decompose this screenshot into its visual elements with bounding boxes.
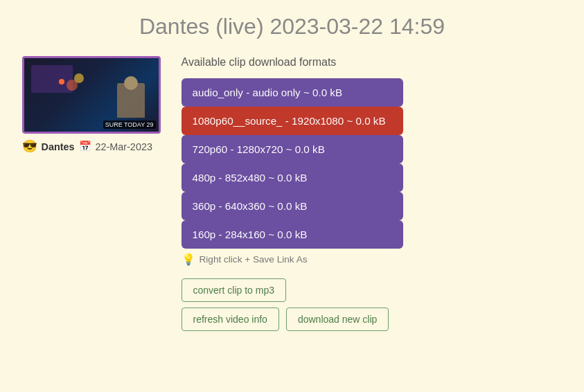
main-content: SURE TODAY 29 😎 Dantes 📅 22-Mar-2023 Ava…	[22, 56, 563, 331]
format-button-360p[interactable]: 360p - 640x360 ~ 0.0 kB	[182, 192, 403, 220]
format-button-160p[interactable]: 160p - 284x160 ~ 0.0 kB	[182, 220, 403, 249]
format-button-1080p60_source[interactable]: 1080p60__source_ - 1920x1080 ~ 0.0 kB	[182, 107, 403, 135]
bottom-actions: convert clip to mp3 refresh video info d…	[182, 278, 563, 331]
format-button-480p[interactable]: 480p - 852x480 ~ 0.0 kB	[182, 163, 403, 192]
page-title: Dantes (live) 2023-03-22 14:59	[139, 14, 445, 39]
thumbnail: SURE TODAY 29	[22, 56, 161, 134]
refresh-video-button[interactable]: refresh video info	[182, 308, 279, 331]
channel-date: 22-Mar-2023	[96, 141, 152, 152]
channel-name: Dantes	[42, 141, 75, 152]
format-button-720p60[interactable]: 720p60 - 1280x720 ~ 0.0 kB	[182, 135, 403, 163]
thumbnail-overlay-text: SURE TODAY 29	[103, 121, 156, 129]
bottom-row: refresh video info download new clip	[182, 308, 563, 331]
right-panel: Available clip download formats audio_on…	[182, 56, 563, 331]
format-buttons-container: audio_only - audio only ~ 0.0 kB1080p60_…	[182, 78, 563, 249]
left-panel: SURE TODAY 29 😎 Dantes 📅 22-Mar-2023	[22, 56, 161, 154]
channel-emoji-icon: 😎	[22, 139, 37, 154]
hint-bulb-icon: 💡	[182, 253, 195, 266]
download-new-clip-button[interactable]: download new clip	[286, 308, 389, 331]
format-button-audio_only[interactable]: audio_only - audio only ~ 0.0 kB	[182, 78, 403, 107]
thumbnail-image: SURE TODAY 29	[24, 58, 159, 132]
hint-text: Right click + Save Link As	[200, 254, 308, 265]
hint-row: 💡 Right click + Save Link As	[182, 253, 563, 266]
channel-info: 😎 Dantes 📅 22-Mar-2023	[22, 139, 152, 154]
date-icon: 📅	[79, 141, 91, 152]
formats-title: Available clip download formats	[182, 56, 563, 69]
convert-mp3-button[interactable]: convert clip to mp3	[182, 278, 287, 302]
